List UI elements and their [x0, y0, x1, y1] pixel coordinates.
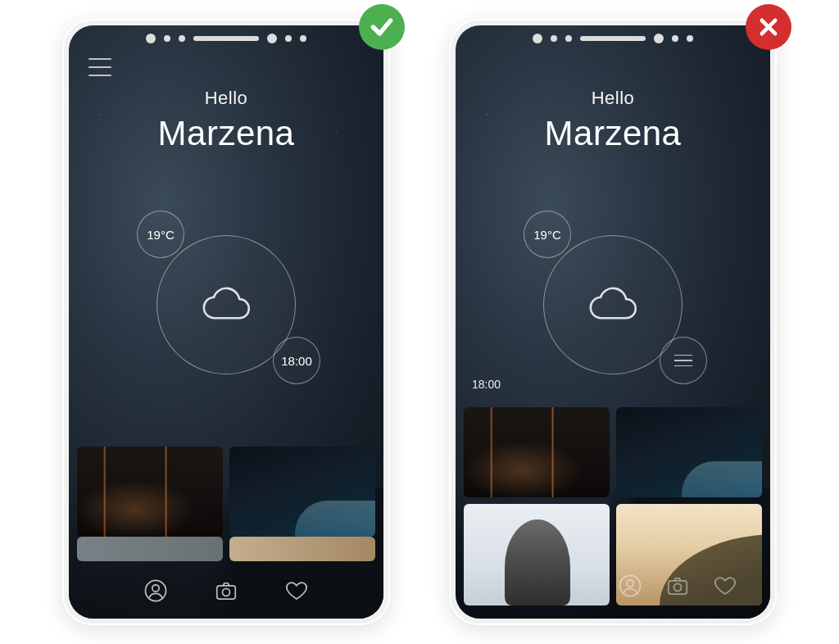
heart-icon[interactable] — [713, 574, 737, 598]
gallery-thumb[interactable] — [464, 407, 610, 497]
svg-point-0 — [146, 581, 166, 601]
cloud-icon — [196, 282, 256, 328]
gallery-thumb[interactable] — [229, 537, 375, 561]
weather-time: 18:00 — [273, 337, 320, 384]
svg-point-7 — [627, 580, 633, 587]
bottom-nav — [456, 563, 770, 609]
phone-frame: Hello Marzena 19°C 18:00 — [62, 19, 390, 625]
svg-rect-8 — [669, 581, 687, 594]
weather-widget[interactable]: 19°C 18:00 — [132, 211, 320, 399]
close-icon — [746, 4, 791, 50]
gallery-thumb[interactable] — [77, 447, 223, 537]
heart-icon[interactable] — [284, 578, 309, 603]
weather-temp: 19°C — [137, 211, 184, 258]
greeting-name: Marzena — [69, 114, 383, 153]
phone-good: Hello Marzena 19°C 18:00 — [62, 19, 390, 625]
greeting-name: Marzena — [456, 114, 770, 153]
gallery-row-peek — [77, 537, 375, 561]
weather-temp: 19°C — [524, 211, 571, 258]
cloud-icon — [583, 282, 643, 328]
screen: Hello Marzena 19°C 18:00 — [456, 25, 770, 619]
hamburger-menu-icon[interactable] — [660, 337, 707, 384]
greeting: Hello Marzena — [69, 88, 383, 153]
svg-point-6 — [620, 576, 641, 596]
greeting: Hello Marzena — [456, 88, 770, 153]
greeting-hello: Hello — [69, 88, 383, 109]
gallery-thumb[interactable] — [229, 447, 375, 537]
svg-point-3 — [223, 588, 230, 596]
phone-bad: Hello Marzena 19°C 18:00 — [449, 19, 777, 625]
profile-icon[interactable] — [618, 574, 642, 598]
gallery-thumb[interactable] — [77, 537, 223, 561]
svg-rect-2 — [217, 586, 236, 599]
camera-icon[interactable] — [214, 578, 238, 603]
greeting-hello: Hello — [456, 88, 770, 109]
svg-point-1 — [152, 585, 159, 592]
sensor-bar — [62, 34, 390, 43]
gallery-row — [77, 447, 375, 537]
camera-icon[interactable] — [665, 574, 690, 598]
bottom-nav — [69, 563, 383, 619]
gallery-row — [464, 407, 762, 497]
hamburger-menu-icon[interactable] — [88, 58, 111, 76]
sensor-bar — [449, 34, 777, 43]
phone-frame: Hello Marzena 19°C 18:00 — [449, 19, 777, 625]
weather-widget[interactable]: 19°C — [519, 211, 707, 399]
screen: Hello Marzena 19°C 18:00 — [69, 25, 383, 619]
check-icon — [359, 4, 405, 50]
profile-icon[interactable] — [143, 578, 168, 603]
time-label: 18:00 — [472, 378, 501, 391]
svg-point-9 — [674, 583, 682, 591]
gallery-thumb[interactable] — [616, 407, 762, 497]
